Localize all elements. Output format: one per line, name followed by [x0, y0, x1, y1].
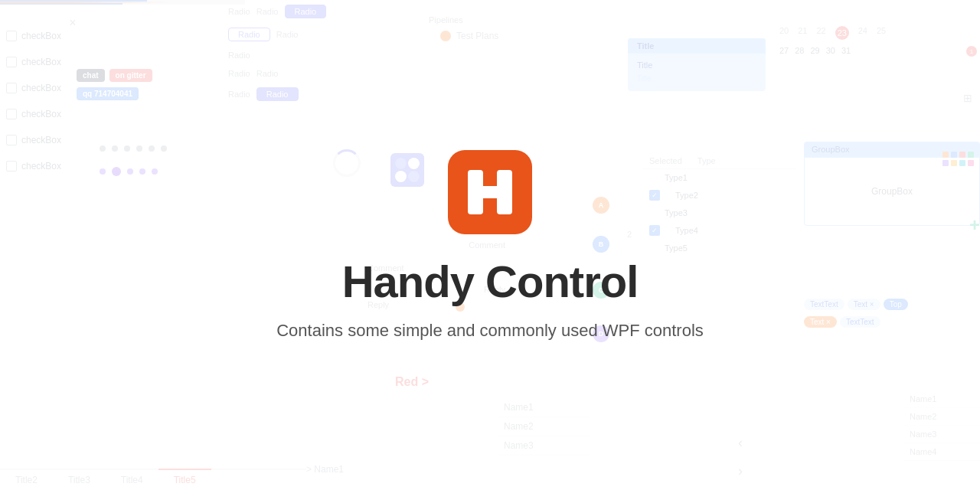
- logo-h-icon: [463, 165, 517, 219]
- svg-rect-2: [468, 186, 512, 198]
- foreground-content: Handy Control Contains some simple and c…: [0, 0, 980, 490]
- app-title: Handy Control: [342, 256, 639, 307]
- app-logo: [448, 150, 532, 234]
- app-subtitle: Contains some simple and commonly used W…: [276, 321, 704, 341]
